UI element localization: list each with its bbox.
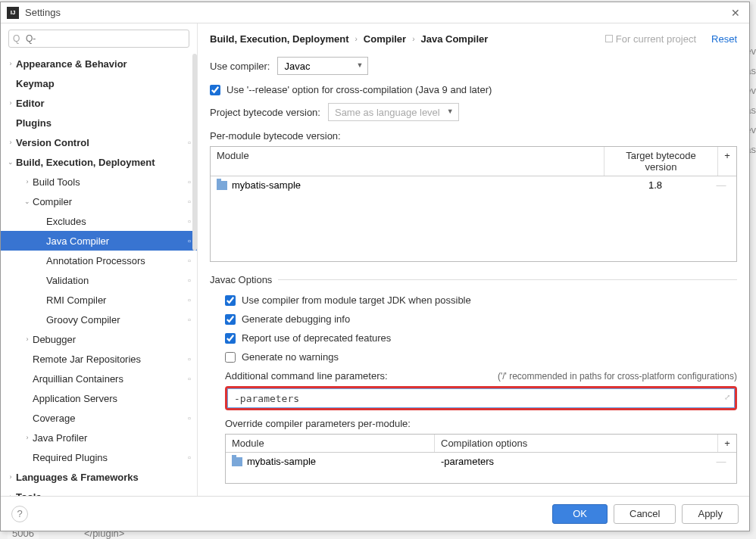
expand-icon[interactable]: ⤢ [724, 393, 730, 401]
sidebar-item[interactable]: ›Coverage▫ [1, 408, 197, 428]
chevron-right-icon: › [412, 35, 414, 43]
sidebar-item-label: Plugins [16, 117, 191, 129]
sidebar-item[interactable]: ›Annotation Processors▫ [1, 251, 197, 270]
add-row-button[interactable]: + [718, 147, 736, 176]
sidebar-item-label: Build, Execution, Deployment [16, 157, 191, 168]
override-table: Module Compilation options + mybatis-sam… [225, 434, 737, 484]
sidebar-item-label: Excludes [46, 216, 185, 227]
sidebar-item-label: Languages & Frameworks [16, 472, 191, 483]
breadcrumb: Build, Execution, Deployment › Compiler … [210, 33, 605, 45]
project-scope-icon: ▫ [188, 217, 191, 226]
chevron-down-icon: ▼ [447, 107, 454, 115]
for-current-project-label: For current project [605, 33, 696, 45]
col-compilation-options[interactable]: Compilation options [435, 435, 718, 452]
sidebar-item-label: Compiler [33, 196, 185, 207]
generate-debug-checkbox[interactable] [225, 314, 236, 325]
project-scope-icon: ▫ [188, 276, 191, 285]
release-option-label: Use '--release' option for cross-compila… [226, 84, 492, 95]
chevron-down-icon: ▼ [357, 61, 364, 69]
release-option-checkbox[interactable] [210, 85, 220, 95]
cancel-button[interactable]: Cancel [614, 504, 676, 524]
per-module-table: Module Target bytecode version + mybatis… [210, 146, 737, 262]
sidebar-item[interactable]: ›Java Profiler [1, 428, 197, 447]
sidebar-item-label: Application Servers [33, 393, 191, 404]
col-module[interactable]: Module [211, 147, 604, 176]
sidebar-item-label: Required Plugins [33, 452, 185, 463]
sidebar-item[interactable]: ›Validation▫ [1, 270, 197, 290]
sidebar-item-label: Version Control [16, 137, 185, 148]
sidebar-item[interactable]: ›Application Servers [1, 388, 197, 408]
project-scope-icon: ▫ [188, 354, 191, 363]
search-input[interactable] [8, 30, 189, 48]
reset-link[interactable]: Reset [711, 33, 737, 45]
project-scope-icon [605, 35, 613, 42]
remove-row-button[interactable]: — [712, 456, 730, 467]
sidebar-item[interactable]: ›Debugger [1, 329, 197, 349]
ok-button[interactable]: OK [552, 504, 608, 524]
chevron-right-icon: › [355, 35, 357, 43]
module-icon [217, 181, 227, 190]
sidebar-item-label: Groovy Compiler [46, 314, 185, 326]
sidebar-item[interactable]: ›Build Tools▫ [1, 172, 197, 192]
cmdline-params-hint: ('/' recommended in paths for cross-plat… [498, 371, 737, 382]
help-icon[interactable]: ? [11, 506, 28, 522]
project-scope-icon: ▫ [188, 236, 191, 245]
sidebar-item[interactable]: ⌄Build, Execution, Deployment [1, 152, 197, 172]
override-per-module-label: Override compiler parameters per-module: [225, 418, 737, 429]
sidebar-item[interactable]: ›Keymap [1, 73, 197, 93]
use-module-jdk-checkbox[interactable] [225, 295, 236, 306]
table-row[interactable]: mybatis-sample 1.8 — [211, 176, 736, 194]
sidebar-item-label: Arquillian Containers [33, 373, 185, 385]
sidebar-item-label: Validation [46, 275, 185, 286]
chevron-icon: › [5, 99, 16, 107]
sidebar-item[interactable]: ›Required Plugins▫ [1, 447, 197, 467]
sidebar-scrollbar[interactable] [192, 54, 197, 251]
sidebar-item[interactable]: ›Languages & Frameworks [1, 467, 197, 487]
col-target-version[interactable]: Target bytecode version [604, 147, 718, 176]
sidebar-item[interactable]: ›Appearance & Behavior [1, 54, 197, 73]
cmdline-params-label: Additional command line parameters: [225, 370, 388, 382]
sidebar-item[interactable]: ⌄Compiler▫ [1, 192, 197, 211]
report-deprecated-checkbox[interactable] [225, 333, 236, 344]
project-scope-icon: ▫ [188, 453, 191, 462]
javac-legend: Javac Options [210, 274, 278, 285]
sidebar-item[interactable]: ›RMI Compiler▫ [1, 290, 197, 310]
sidebar-item-label: Java Profiler [33, 432, 191, 444]
use-compiler-label: Use compiler: [210, 61, 270, 72]
sidebar-item[interactable]: ›Plugins [1, 113, 197, 132]
app-icon: IJ [7, 7, 19, 19]
sidebar-item-label: Java Compiler [46, 235, 185, 247]
project-scope-icon: ▫ [188, 315, 191, 324]
add-row-button[interactable]: + [718, 435, 736, 452]
col-module[interactable]: Module [226, 435, 435, 452]
sidebar-item[interactable]: ›Excludes▫ [1, 211, 197, 231]
module-icon [232, 457, 242, 466]
sidebar-item[interactable]: ›Remote Jar Repositories▫ [1, 349, 197, 369]
sidebar-item[interactable]: ›Arquillian Containers▫ [1, 369, 197, 388]
table-row[interactable]: mybatis-sample -parameters — [226, 453, 736, 470]
sidebar-item-label: Appearance & Behavior [16, 58, 191, 70]
chevron-icon: › [22, 178, 33, 185]
sidebar-item-label: Keymap [16, 78, 191, 89]
project-scope-icon: ▫ [188, 413, 191, 422]
javac-options-group: Javac Options Use compiler from module t… [210, 274, 737, 484]
sidebar-item-label: RMI Compiler [46, 294, 185, 306]
sidebar-item[interactable]: ›Tools [1, 487, 197, 496]
sidebar-item[interactable]: ›Java Compiler▫ [1, 231, 197, 251]
no-warnings-checkbox[interactable] [225, 352, 236, 363]
remove-row-button[interactable]: — [712, 179, 730, 191]
cmdline-params-input[interactable] [227, 388, 735, 408]
close-icon[interactable]: ✕ [728, 7, 743, 19]
use-compiler-select[interactable]: Javac ▼ [277, 57, 368, 75]
project-scope-icon: ▫ [188, 256, 191, 265]
titlebar: IJ Settings ✕ [1, 2, 749, 23]
sidebar-item[interactable]: ›Editor [1, 93, 197, 113]
sidebar-item-label: Coverage [33, 413, 185, 424]
apply-button[interactable]: Apply [682, 504, 739, 524]
project-bytecode-select[interactable]: Same as language level ▼ [328, 103, 459, 121]
window-title: Settings [25, 7, 728, 18]
sidebar-item[interactable]: ›Groovy Compiler▫ [1, 310, 197, 329]
sidebar-item-label: Tools [16, 491, 191, 497]
sidebar-item-label: Annotation Processors [46, 255, 185, 266]
sidebar-item[interactable]: ›Version Control▫ [1, 132, 197, 152]
